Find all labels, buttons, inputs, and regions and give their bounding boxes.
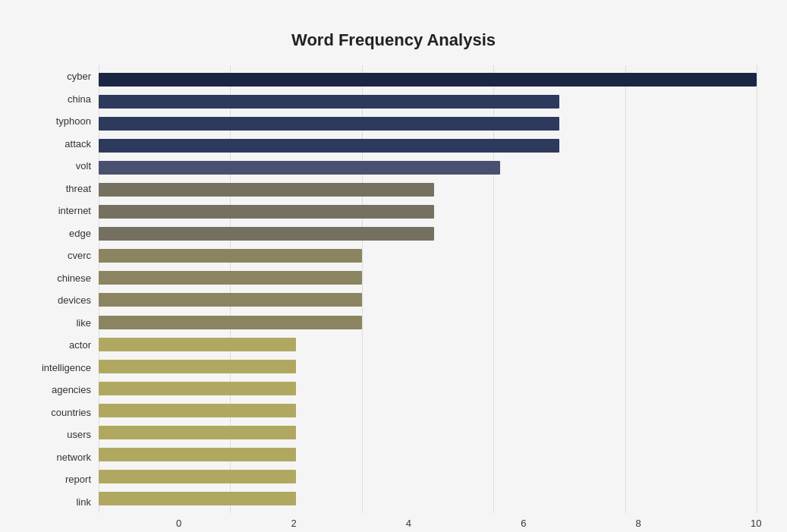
y-label: edge — [69, 228, 91, 238]
bar — [99, 360, 296, 373]
bar-row — [99, 336, 757, 353]
x-tick: 10 — [751, 518, 761, 529]
bar — [99, 117, 559, 131]
x-tick: 4 — [406, 518, 411, 529]
bar — [99, 492, 296, 505]
bar — [99, 73, 757, 87]
bar-row — [99, 291, 757, 308]
bar — [99, 316, 362, 329]
x-tick: 2 — [291, 518, 296, 529]
bar-row — [99, 380, 757, 397]
y-label: threat — [66, 184, 91, 194]
bar — [99, 293, 362, 307]
x-tick: 6 — [521, 518, 526, 529]
bar — [99, 382, 296, 395]
y-label: link — [76, 497, 91, 507]
y-label: attack — [65, 139, 91, 149]
y-label: like — [76, 318, 91, 328]
chart-area: cyberchinatyphoonattackvoltthreatinterne… — [30, 65, 757, 513]
bar-row — [99, 115, 757, 132]
y-label: users — [67, 430, 91, 439]
y-label: countries — [51, 408, 91, 417]
y-label: chinese — [57, 273, 91, 283]
bar-row — [99, 424, 757, 441]
chart-title: Word Frequency Analysis — [30, 30, 757, 50]
y-axis: cyberchinatyphoonattackvoltthreatinterne… — [30, 65, 99, 513]
bar — [99, 404, 296, 417]
bar-row — [99, 93, 757, 110]
bar-row — [99, 446, 757, 463]
y-label: cyber — [67, 71, 91, 81]
y-label: actor — [69, 340, 91, 350]
y-label: intelligence — [42, 363, 91, 373]
bar-row — [99, 490, 757, 507]
chart-container: Word Frequency Analysis cyberchinatyphoo… — [15, 15, 772, 532]
y-label: volt — [76, 161, 91, 171]
y-label: devices — [58, 295, 91, 305]
bar-row — [99, 314, 757, 331]
bar — [99, 227, 434, 241]
y-label: network — [56, 452, 91, 462]
bar — [99, 271, 362, 285]
bar-row — [99, 269, 757, 286]
bar-row — [99, 402, 757, 419]
bar — [99, 139, 559, 153]
bar — [99, 205, 434, 219]
bar-row — [99, 181, 757, 198]
y-label: cverc — [68, 250, 91, 260]
bar-row — [99, 468, 757, 485]
x-tick: 8 — [636, 518, 641, 529]
bar — [99, 161, 500, 175]
bar-row — [99, 159, 757, 176]
y-label: typhoon — [56, 116, 91, 126]
y-label: report — [65, 474, 91, 484]
bar — [99, 426, 296, 439]
bar-row — [99, 247, 757, 264]
bar — [99, 95, 559, 109]
bar-row — [99, 225, 757, 242]
bar — [99, 470, 296, 483]
bar — [99, 448, 296, 461]
bar-row — [99, 203, 757, 220]
x-tick: 0 — [176, 518, 181, 529]
y-label: internet — [58, 206, 91, 216]
bar — [99, 249, 362, 263]
bar — [99, 338, 296, 351]
y-label: agencies — [52, 385, 91, 395]
bar-row — [99, 71, 757, 88]
bar-row — [99, 358, 757, 375]
grid-line — [757, 65, 757, 513]
plot-area — [99, 65, 757, 513]
y-label: china — [68, 94, 91, 104]
bar — [99, 183, 434, 197]
bar-row — [99, 137, 757, 154]
